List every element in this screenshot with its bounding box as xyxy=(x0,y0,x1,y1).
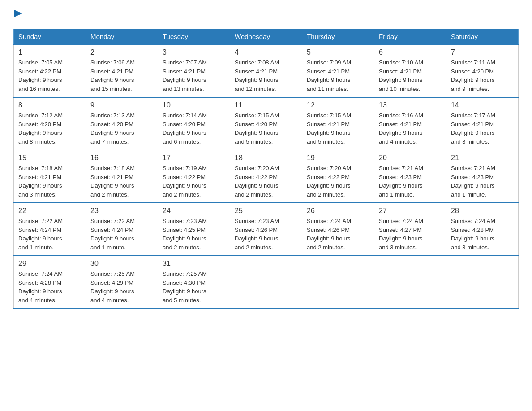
day-number: 29 xyxy=(18,260,81,268)
logo xyxy=(13,9,24,20)
day-number: 27 xyxy=(379,207,442,215)
day-number: 18 xyxy=(235,154,297,162)
calendar-day-header: Tuesday xyxy=(158,29,230,45)
day-info: Sunrise: 7:23 AMSunset: 4:25 PMDaylight:… xyxy=(163,217,225,252)
day-number: 10 xyxy=(163,101,225,109)
calendar-day-header: Saturday xyxy=(446,29,519,45)
calendar-cell: 9Sunrise: 7:13 AMSunset: 4:20 PMDaylight… xyxy=(86,97,158,150)
calendar-cell: 6Sunrise: 7:10 AMSunset: 4:21 PMDaylight… xyxy=(374,44,446,97)
day-number: 21 xyxy=(451,154,514,162)
day-number: 5 xyxy=(307,48,369,56)
calendar-cell: 14Sunrise: 7:17 AMSunset: 4:21 PMDayligh… xyxy=(446,97,519,150)
calendar-cell: 31Sunrise: 7:25 AMSunset: 4:30 PMDayligh… xyxy=(158,256,230,308)
day-info: Sunrise: 7:22 AMSunset: 4:24 PMDaylight:… xyxy=(90,217,153,252)
calendar-week-row: 15Sunrise: 7:18 AMSunset: 4:21 PMDayligh… xyxy=(14,150,519,203)
day-number: 8 xyxy=(18,101,81,109)
calendar-cell: 11Sunrise: 7:15 AMSunset: 4:20 PMDayligh… xyxy=(230,97,302,150)
day-number: 15 xyxy=(18,154,81,162)
calendar-day-header: Monday xyxy=(86,29,158,45)
calendar-cell: 13Sunrise: 7:16 AMSunset: 4:21 PMDayligh… xyxy=(374,97,446,150)
day-info: Sunrise: 7:20 AMSunset: 4:22 PMDaylight:… xyxy=(307,164,369,199)
calendar-week-row: 29Sunrise: 7:24 AMSunset: 4:28 PMDayligh… xyxy=(14,256,519,308)
calendar-week-row: 1Sunrise: 7:05 AMSunset: 4:22 PMDaylight… xyxy=(14,44,519,97)
day-info: Sunrise: 7:07 AMSunset: 4:21 PMDaylight:… xyxy=(163,58,225,93)
calendar-cell: 12Sunrise: 7:15 AMSunset: 4:21 PMDayligh… xyxy=(302,97,374,150)
day-number: 12 xyxy=(307,101,369,109)
day-number: 4 xyxy=(235,48,297,56)
calendar-cell: 28Sunrise: 7:24 AMSunset: 4:28 PMDayligh… xyxy=(446,203,519,256)
page-header xyxy=(13,9,519,20)
calendar-cell: 2Sunrise: 7:06 AMSunset: 4:21 PMDaylight… xyxy=(86,44,158,97)
day-number: 6 xyxy=(379,48,442,56)
day-number: 14 xyxy=(451,101,514,109)
calendar-cell: 16Sunrise: 7:18 AMSunset: 4:21 PMDayligh… xyxy=(86,150,158,203)
day-info: Sunrise: 7:16 AMSunset: 4:21 PMDaylight:… xyxy=(379,111,442,146)
day-info: Sunrise: 7:21 AMSunset: 4:23 PMDaylight:… xyxy=(379,164,442,199)
calendar-cell: 23Sunrise: 7:22 AMSunset: 4:24 PMDayligh… xyxy=(86,203,158,256)
calendar-header-row: SundayMondayTuesdayWednesdayThursdayFrid… xyxy=(14,29,519,45)
day-info: Sunrise: 7:19 AMSunset: 4:22 PMDaylight:… xyxy=(163,164,225,199)
calendar-day-header: Thursday xyxy=(302,29,374,45)
day-info: Sunrise: 7:10 AMSunset: 4:21 PMDaylight:… xyxy=(379,58,442,93)
day-number: 28 xyxy=(451,207,514,215)
day-number: 19 xyxy=(307,154,369,162)
day-info: Sunrise: 7:17 AMSunset: 4:21 PMDaylight:… xyxy=(451,111,514,146)
day-info: Sunrise: 7:23 AMSunset: 4:26 PMDaylight:… xyxy=(235,217,297,252)
calendar-cell: 18Sunrise: 7:20 AMSunset: 4:22 PMDayligh… xyxy=(230,150,302,203)
day-number: 9 xyxy=(90,101,153,109)
day-number: 1 xyxy=(18,48,81,56)
calendar-cell: 19Sunrise: 7:20 AMSunset: 4:22 PMDayligh… xyxy=(302,150,374,203)
calendar-week-row: 22Sunrise: 7:22 AMSunset: 4:24 PMDayligh… xyxy=(14,203,519,256)
calendar-cell: 1Sunrise: 7:05 AMSunset: 4:22 PMDaylight… xyxy=(14,44,86,97)
day-info: Sunrise: 7:20 AMSunset: 4:22 PMDaylight:… xyxy=(235,164,297,199)
day-info: Sunrise: 7:09 AMSunset: 4:21 PMDaylight:… xyxy=(307,58,369,93)
calendar-cell: 24Sunrise: 7:23 AMSunset: 4:25 PMDayligh… xyxy=(158,203,230,256)
day-number: 25 xyxy=(235,207,297,215)
calendar-cell: 21Sunrise: 7:21 AMSunset: 4:23 PMDayligh… xyxy=(446,150,519,203)
calendar-week-row: 8Sunrise: 7:12 AMSunset: 4:20 PMDaylight… xyxy=(14,97,519,150)
calendar-cell: 29Sunrise: 7:24 AMSunset: 4:28 PMDayligh… xyxy=(14,256,86,308)
day-info: Sunrise: 7:05 AMSunset: 4:22 PMDaylight:… xyxy=(18,58,81,93)
day-number: 17 xyxy=(163,154,225,162)
calendar-cell xyxy=(230,256,302,308)
calendar-cell: 27Sunrise: 7:24 AMSunset: 4:27 PMDayligh… xyxy=(374,203,446,256)
day-info: Sunrise: 7:24 AMSunset: 4:28 PMDaylight:… xyxy=(18,270,81,304)
day-info: Sunrise: 7:24 AMSunset: 4:26 PMDaylight:… xyxy=(307,217,369,252)
day-number: 23 xyxy=(90,207,153,215)
calendar-cell xyxy=(374,256,446,308)
day-info: Sunrise: 7:12 AMSunset: 4:20 PMDaylight:… xyxy=(18,111,81,146)
day-info: Sunrise: 7:08 AMSunset: 4:21 PMDaylight:… xyxy=(235,58,297,93)
day-info: Sunrise: 7:06 AMSunset: 4:21 PMDaylight:… xyxy=(90,58,153,93)
calendar-cell xyxy=(302,256,374,308)
calendar-cell: 7Sunrise: 7:11 AMSunset: 4:20 PMDaylight… xyxy=(446,44,519,97)
calendar-cell: 30Sunrise: 7:25 AMSunset: 4:29 PMDayligh… xyxy=(86,256,158,308)
day-info: Sunrise: 7:15 AMSunset: 4:20 PMDaylight:… xyxy=(235,111,297,146)
day-number: 11 xyxy=(235,101,297,109)
calendar-cell: 20Sunrise: 7:21 AMSunset: 4:23 PMDayligh… xyxy=(374,150,446,203)
day-info: Sunrise: 7:22 AMSunset: 4:24 PMDaylight:… xyxy=(18,217,81,252)
day-number: 7 xyxy=(451,48,514,56)
day-number: 16 xyxy=(90,154,153,162)
calendar-cell: 3Sunrise: 7:07 AMSunset: 4:21 PMDaylight… xyxy=(158,44,230,97)
day-info: Sunrise: 7:13 AMSunset: 4:20 PMDaylight:… xyxy=(90,111,153,146)
day-info: Sunrise: 7:14 AMSunset: 4:20 PMDaylight:… xyxy=(163,111,225,146)
calendar-table: SundayMondayTuesdayWednesdayThursdayFrid… xyxy=(13,29,519,309)
calendar-cell: 15Sunrise: 7:18 AMSunset: 4:21 PMDayligh… xyxy=(14,150,86,203)
day-info: Sunrise: 7:15 AMSunset: 4:21 PMDaylight:… xyxy=(307,111,369,146)
calendar-cell: 10Sunrise: 7:14 AMSunset: 4:20 PMDayligh… xyxy=(158,97,230,150)
day-info: Sunrise: 7:11 AMSunset: 4:20 PMDaylight:… xyxy=(451,58,514,93)
calendar-cell: 4Sunrise: 7:08 AMSunset: 4:21 PMDaylight… xyxy=(230,44,302,97)
day-number: 2 xyxy=(90,48,153,56)
logo-arrow-icon xyxy=(14,10,24,20)
day-number: 31 xyxy=(163,260,225,268)
day-number: 20 xyxy=(379,154,442,162)
calendar-cell: 22Sunrise: 7:22 AMSunset: 4:24 PMDayligh… xyxy=(14,203,86,256)
day-number: 22 xyxy=(18,207,81,215)
calendar-day-header: Sunday xyxy=(14,29,86,45)
calendar-cell: 8Sunrise: 7:12 AMSunset: 4:20 PMDaylight… xyxy=(14,97,86,150)
day-info: Sunrise: 7:18 AMSunset: 4:21 PMDaylight:… xyxy=(18,164,81,199)
day-number: 3 xyxy=(163,48,225,56)
day-info: Sunrise: 7:25 AMSunset: 4:29 PMDaylight:… xyxy=(90,270,153,304)
day-number: 13 xyxy=(379,101,442,109)
svg-marker-0 xyxy=(14,10,22,17)
